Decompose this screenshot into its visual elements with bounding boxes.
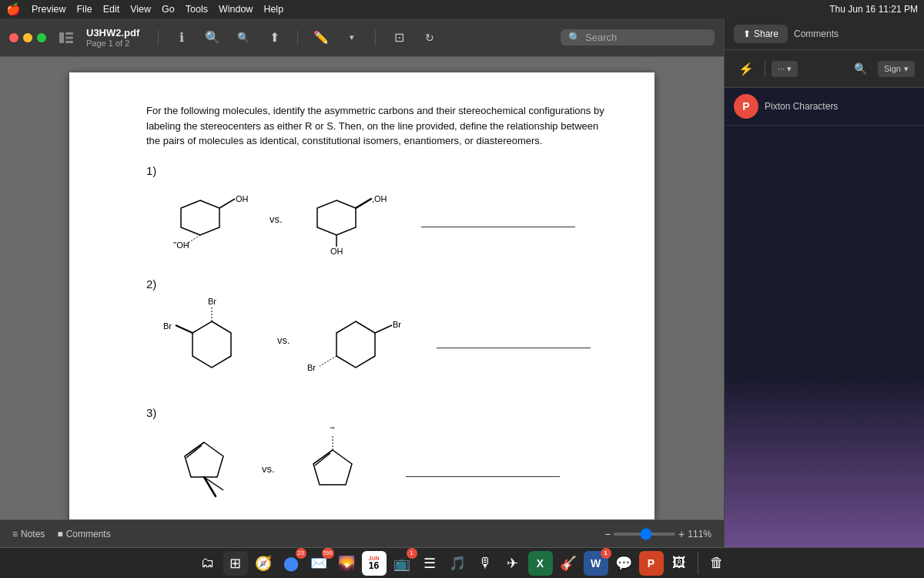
sidebar-toggle[interactable] (55, 27, 77, 49)
toolbar-separator-3 (375, 30, 376, 45)
notes-icon: ≡ (12, 529, 18, 539)
zoom-minus[interactable]: − (604, 528, 611, 540)
answer-line-2 (437, 333, 591, 348)
dock-launchpad[interactable]: ⊞ (223, 551, 248, 576)
share-toolbar-icon[interactable]: ⬆ (263, 27, 285, 49)
toolbar: U3HW2.pdf Page 1 of 2 ℹ 🔍 🔍 ⬆ ✏️ ▾ ⊡ ↻ 🔍… (0, 18, 724, 57)
answer-line-1 (421, 212, 575, 227)
instructions-text: For the following molecules, identify th… (146, 103, 608, 149)
dock-chrome[interactable]: ⬤ 23 (279, 551, 303, 576)
dock-trash[interactable]: 🗑 (705, 551, 729, 576)
menubar-clock: Thu Jun 16 11:21 PM (829, 4, 918, 15)
rotate-icon[interactable]: ↻ (419, 27, 440, 49)
zoom-controls: − + 111% (604, 528, 711, 540)
zoom-in-icon[interactable]: 🔍 (202, 27, 223, 49)
apple-menu[interactable]: 🍎 (6, 2, 21, 16)
zoom-slider[interactable] (614, 533, 675, 536)
dock-garageband[interactable]: 🎸 (556, 551, 581, 576)
sidebar-dropdown-1[interactable]: ··· ▾ (772, 61, 798, 77)
sidebar-top-bar: ⬆ Share Comments (725, 18, 924, 50)
dock-messages[interactable]: 💬 (611, 551, 636, 576)
dock-podcasts[interactable]: 🎙 (473, 551, 497, 576)
dock-calendar[interactable]: JUN 16 (362, 551, 387, 576)
svg-marker-4 (181, 200, 219, 235)
svg-text:''': ''' (330, 426, 335, 435)
menu-tools[interactable]: Tools (186, 4, 208, 15)
share-button[interactable]: ⬆ Share (734, 25, 788, 43)
vs-label-2: vs. (277, 334, 290, 346)
sidebar-sep (765, 61, 765, 76)
doc-page: For the following molecules, identify th… (69, 72, 654, 519)
dock-appletv[interactable]: 📺 1 (390, 551, 414, 576)
comments-button[interactable]: Comments (794, 29, 839, 39)
problem-3-num: 3) (146, 406, 608, 419)
svg-line-20 (375, 325, 392, 333)
svg-text:,OH: ,OH (372, 194, 387, 203)
sidebar-sign-button[interactable]: Sign ▾ (878, 61, 915, 77)
svg-line-5 (219, 199, 235, 208)
svg-text:OH: OH (330, 247, 343, 256)
dock-excel[interactable]: X (528, 551, 553, 576)
svg-line-26 (186, 445, 202, 458)
vs-label-1: vs. (270, 213, 283, 225)
menubar: 🍎 Preview File Edit View Go Tools Window… (0, 0, 924, 18)
main-area: U3HW2.pdf Page 1 of 2 ℹ 🔍 🔍 ⬆ ✏️ ▾ ⊡ ↻ 🔍… (0, 18, 924, 547)
mail-badge: 599 (322, 548, 334, 559)
problem-2: 2) Br Br vs. (146, 277, 608, 383)
dock-reminders[interactable]: ☰ (417, 551, 442, 576)
zoom-plus[interactable]: + (678, 528, 685, 540)
dock-powerpoint[interactable]: P (639, 551, 664, 576)
close-button[interactable] (9, 33, 18, 42)
menu-window[interactable]: Window (219, 4, 253, 15)
zoom-out-icon[interactable]: 🔍 (233, 27, 254, 49)
info-icon[interactable]: ℹ (171, 27, 192, 49)
search-bar[interactable]: 🔍 Search (561, 29, 715, 45)
dock-safari[interactable]: 🧭 (251, 551, 276, 576)
menu-view[interactable]: View (130, 4, 151, 15)
appletv-badge: 1 (407, 548, 417, 559)
svg-rect-1 (65, 32, 73, 35)
window-controls (9, 33, 46, 42)
sidebar-search-icon[interactable]: 🔍 (849, 56, 873, 81)
dropdown-arrow[interactable]: ▾ (341, 27, 363, 49)
menu-help[interactable]: Help (263, 4, 283, 15)
dock-finder[interactable]: 🗂 (196, 551, 220, 576)
pixton-canvas (725, 126, 924, 547)
menu-file[interactable]: File (76, 4, 92, 15)
menu-go[interactable]: Go (162, 4, 175, 15)
comments-status[interactable]: ■ Comments (57, 529, 110, 539)
toolbar-file-info: U3HW2.pdf Page 1 of 2 (86, 27, 139, 48)
maximize-button[interactable] (37, 33, 46, 42)
minimize-button[interactable] (23, 33, 32, 42)
problem-3: 3) vs. (146, 406, 608, 512)
svg-line-30 (313, 450, 333, 464)
dock-music[interactable]: 🎵 (445, 551, 470, 576)
svg-line-31 (315, 453, 330, 465)
svg-text:Br: Br (307, 363, 316, 372)
svg-line-25 (185, 442, 204, 456)
menu-edit[interactable]: Edit (103, 4, 120, 15)
comments-icon: ■ (57, 529, 62, 539)
toolbar-subtitle: Page 1 of 2 (86, 39, 139, 48)
svg-text:Br: Br (163, 321, 172, 331)
sidebar-annotate-icon[interactable]: ⚡ (734, 56, 758, 81)
molecule-3b: ''' (290, 427, 375, 512)
svg-marker-24 (185, 442, 223, 477)
share-icon: ⬆ (743, 29, 751, 39)
molecule-2b: Br Br (306, 298, 406, 383)
doc-container[interactable]: For the following molecules, identify th… (0, 57, 724, 519)
annotate-icon[interactable]: ✏️ (310, 27, 332, 49)
pixton-label: Pixton Characters (765, 101, 838, 112)
dock-mail[interactable]: ✉️ 599 (306, 551, 331, 576)
crop-icon[interactable]: ⊡ (388, 27, 410, 49)
toolbar-separator-2 (297, 30, 298, 45)
dock-photos[interactable]: 🌄 (334, 551, 359, 576)
dock-word[interactable]: W 1 (584, 551, 608, 576)
notes-status[interactable]: ≡ Notes (12, 529, 45, 539)
svg-text:''OH: ''OH (173, 240, 189, 250)
menu-preview[interactable]: Preview (32, 4, 65, 15)
svg-rect-0 (59, 32, 64, 43)
dock-preview[interactable]: 🖼 (667, 551, 691, 576)
chrome-badge: 23 (296, 548, 306, 559)
dock-testflight[interactable]: ✈ (500, 551, 525, 576)
